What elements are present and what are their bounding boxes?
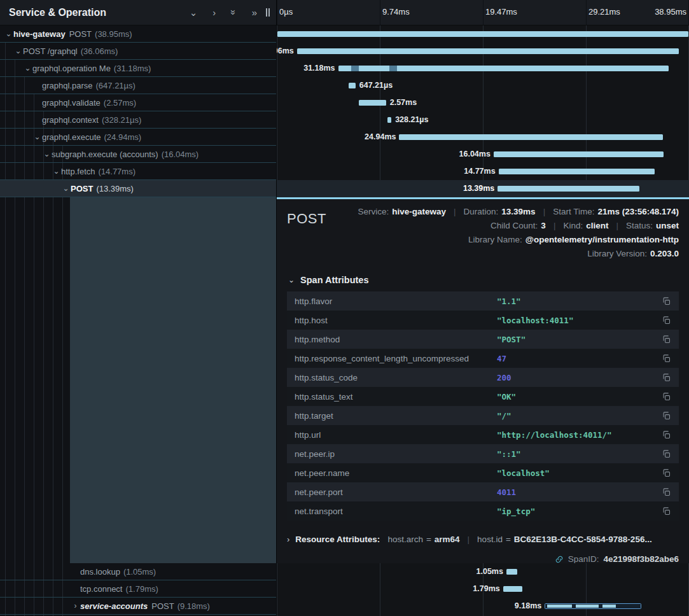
span-tree: ⌄hive-gatewayPOST(38.95ms)⌄POST /graphql…: [0, 25, 276, 197]
chevron-down-icon: ⌄: [288, 276, 295, 284]
timeline-row: 1.79ms: [277, 580, 689, 598]
timeline-gridline: [586, 0, 587, 25]
tree-row[interactable]: ⌄POST(13.39ms): [0, 180, 276, 197]
attribute-key: net.peer.ip: [295, 449, 497, 459]
span-bar[interactable]: [349, 83, 356, 88]
tree-row[interactable]: ⌄POST /graphql(36.06ms): [0, 43, 276, 60]
copy-icon[interactable]: [660, 314, 672, 326]
meta-separator: |: [543, 207, 546, 216]
expander-icon[interactable]: ⌄: [23, 64, 32, 73]
meta-value: 13.39ms: [501, 207, 535, 216]
span-duration: (9.18ms): [177, 601, 210, 611]
span-bar[interactable]: [499, 169, 655, 174]
span-attributes-table: http.flavor"1.1"http.host"localhost:4011…: [287, 291, 679, 521]
expander-icon[interactable]: ⌄: [61, 184, 71, 193]
copy-icon[interactable]: [660, 429, 672, 441]
tree-row[interactable]: ⌄graphql.execute(24.94ms): [0, 129, 276, 146]
expander-icon[interactable]: ⌄: [32, 132, 42, 141]
tree-row[interactable]: ⌄graphql.operation Me(31.18ms): [0, 60, 276, 77]
double-chevron-down-icon[interactable]: »: [229, 10, 239, 15]
attribute-row: http.method"POST": [287, 330, 679, 349]
attribute-key: http.target: [295, 411, 497, 421]
tree-row[interactable]: ›service-accountsPOST(9.18ms): [0, 598, 276, 615]
attribute-key: http.host: [295, 316, 497, 325]
chevron-down-icon[interactable]: ⌄: [190, 8, 198, 17]
meta-separator: |: [454, 207, 456, 216]
meta-value: unset: [656, 221, 679, 230]
meta-label: Status:: [626, 221, 653, 230]
expander-icon[interactable]: ⌄: [13, 46, 23, 55]
span-duration: (36.06ms): [81, 46, 118, 56]
operation-name: POST: [69, 29, 92, 39]
timeline-row: 2.57ms: [277, 94, 689, 111]
span-bar[interactable]: [494, 151, 664, 157]
span-bar[interactable]: [359, 100, 386, 106]
double-chevron-right-icon[interactable]: »: [252, 8, 257, 17]
span-bar[interactable]: [498, 186, 639, 192]
panel-resize-handle[interactable]: [266, 8, 270, 17]
tree-row[interactable]: ⌄hive-gatewayPOST(38.95ms): [0, 25, 276, 43]
meta-value: @opentelemetry/instrumentation-http: [525, 235, 679, 244]
resource-value: arm64: [435, 535, 460, 544]
trace-viewer: Service & Operation ⌄›»» ⌄hive-gatewayPO…: [0, 0, 689, 616]
span-bar[interactable]: [545, 603, 641, 609]
chevron-right-icon: ›: [287, 535, 289, 544]
expander-icon[interactable]: ⌄: [52, 167, 61, 176]
attribute-key: http.flavor: [295, 297, 497, 306]
operation-name: tcp.connect: [80, 584, 123, 594]
copy-icon[interactable]: [660, 333, 672, 346]
tree-row[interactable]: graphql.context(328.21µs): [0, 111, 276, 129]
operation-name: graphql.context: [42, 115, 99, 125]
attribute-value: "POST": [497, 335, 525, 344]
meta-label: Service:: [358, 207, 389, 216]
attribute-value: 200: [497, 373, 512, 382]
copy-icon[interactable]: [660, 448, 672, 460]
link-icon: [555, 555, 564, 564]
tree-row[interactable]: graphql.validate(2.57ms): [0, 94, 276, 111]
copy-icon[interactable]: [660, 467, 672, 479]
attribute-value: "/": [497, 411, 512, 421]
resource-value: BC62E13B-C4CC-5854-9788-256...: [514, 535, 652, 544]
span-duration: (647.21µs): [96, 81, 136, 90]
span-bar[interactable]: [506, 569, 517, 575]
expander-icon[interactable]: ›: [71, 601, 80, 610]
resource-attributes-toggle[interactable]: › Resource Attributes: host.arch=arm64|h…: [287, 535, 679, 544]
tree-row[interactable]: graphql.parse(647.21µs): [0, 77, 276, 94]
bar-segment: [389, 66, 396, 71]
copy-icon[interactable]: [660, 391, 672, 403]
copy-icon[interactable]: [660, 372, 672, 384]
attribute-value: 47: [497, 354, 506, 363]
span-bar[interactable]: [399, 134, 663, 140]
copy-icon[interactable]: [660, 353, 672, 365]
duration-label: 24.94ms: [365, 132, 396, 141]
span-bar[interactable]: [297, 48, 679, 54]
tree-row[interactable]: ⌄subgraph.execute (accounts)(16.04ms): [0, 146, 276, 163]
meta-value: 3: [541, 221, 546, 230]
tree-row[interactable]: ⌄http.fetch(14.77ms): [0, 163, 276, 180]
expander-icon[interactable]: ⌄: [42, 150, 52, 158]
chevron-right-icon[interactable]: ›: [212, 8, 216, 17]
attribute-key: net.peer.name: [295, 468, 497, 478]
attribute-value: 4011: [497, 487, 516, 497]
copy-icon[interactable]: [660, 505, 672, 517]
copy-icon[interactable]: [660, 486, 672, 498]
operation-name: graphql.execute: [42, 132, 101, 142]
meta-line: Library Version:0.203.0: [587, 249, 679, 258]
timeline-gridline: [483, 0, 484, 25]
timeline-ruler: 0µs9.74ms19.47ms29.21ms38.95ms: [277, 0, 689, 25]
meta-line: Library Name:@opentelemetry/instrumentat…: [468, 235, 679, 244]
expander-icon[interactable]: ⌄: [4, 29, 13, 38]
tree-row[interactable]: tcp.connect(1.79ms): [0, 580, 276, 598]
tree-row[interactable]: dns.lookup(1.05ms): [0, 563, 276, 580]
copy-icon[interactable]: [660, 295, 672, 307]
attribute-value: "::1": [497, 449, 521, 459]
meta-label: Kind:: [563, 221, 583, 230]
span-bar[interactable]: [503, 586, 522, 592]
copy-icon[interactable]: [660, 410, 672, 422]
resource-attributes-preview: host.arch=arm64|host.id=BC62E13B-C4CC-58…: [387, 535, 651, 544]
span-bar[interactable]: [387, 117, 391, 123]
span-bar[interactable]: [277, 31, 688, 37]
meta-label: Library Version:: [587, 249, 647, 258]
span-attributes-toggle[interactable]: ⌄ Span Attributes: [288, 275, 679, 285]
span-bar[interactable]: [338, 66, 669, 71]
